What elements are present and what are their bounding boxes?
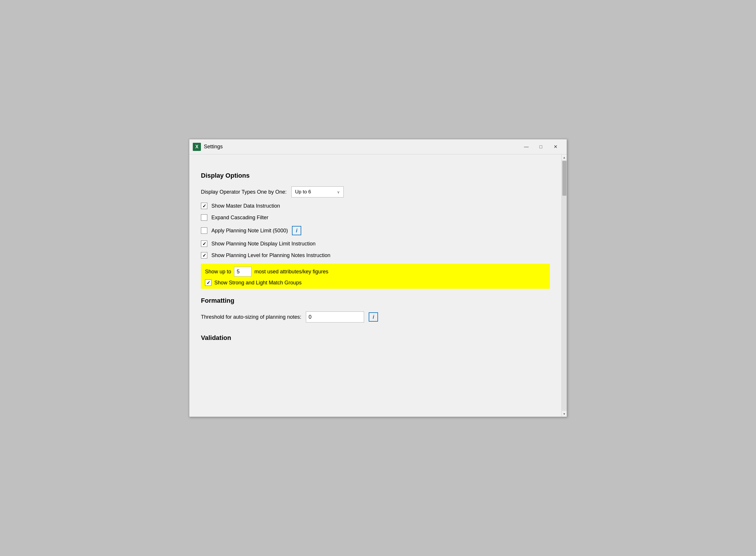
- threshold-info-icon[interactable]: i: [369, 312, 378, 322]
- scrollbar: ▲ ▼: [562, 154, 567, 417]
- planning-note-limit-info-icon[interactable]: i: [292, 226, 301, 235]
- checkbox-row-strong-light: ✓ Show Strong and Light Match Groups: [205, 279, 546, 286]
- checkbox-show-master[interactable]: ✓: [201, 203, 207, 209]
- checkbox-label-show-master: Show Master Data Instruction: [211, 203, 280, 209]
- checkbox-show-planning-note[interactable]: ✓: [201, 241, 207, 247]
- show-up-to-input[interactable]: [234, 267, 252, 277]
- show-up-to-suffix: most used attributes/key figures: [254, 269, 328, 275]
- display-options-section: Display Options: [201, 172, 550, 179]
- checkbox-label-strong-light: Show Strong and Light Match Groups: [214, 280, 301, 286]
- titlebar-left: X Settings: [193, 143, 223, 151]
- window-title: Settings: [204, 144, 223, 150]
- checkbox-expand-cascading[interactable]: [201, 214, 207, 221]
- validation-section: Validation: [201, 334, 550, 342]
- threshold-label: Threshold for auto-sizing of planning no…: [201, 314, 301, 320]
- checkbox-strong-light[interactable]: ✓: [205, 279, 211, 286]
- checkbox-apply-planning[interactable]: [201, 228, 207, 234]
- checkbox-row-show-planning-level: ✓ Show Planning Level for Planning Notes…: [201, 252, 550, 258]
- scroll-down-button[interactable]: ▼: [562, 411, 567, 417]
- display-options-title: Display Options: [201, 172, 550, 179]
- checkbox-row-show-planning-note: ✓ Show Planning Note Display Limit Instr…: [201, 241, 550, 247]
- threshold-input[interactable]: [306, 311, 364, 322]
- checkbox-row-apply-planning: Apply Planning Note Limit (5000) i: [201, 226, 550, 235]
- operator-types-label: Display Operator Types One by One:: [201, 189, 287, 195]
- operator-types-value: Up to 6: [295, 189, 311, 195]
- checkbox-row-show-master: ✓ Show Master Data Instruction: [201, 203, 550, 209]
- show-up-to-row: Show up to most used attributes/key figu…: [205, 267, 546, 277]
- highlight-section: Show up to most used attributes/key figu…: [201, 264, 550, 289]
- checkbox-row-expand-cascading: Expand Cascading Filter: [201, 214, 550, 221]
- close-button[interactable]: ✕: [549, 142, 562, 151]
- show-up-to-label: Show up to: [205, 269, 231, 275]
- formatting-section: Formatting: [201, 297, 550, 305]
- titlebar-controls: — □ ✕: [519, 142, 562, 151]
- scroll-track: [562, 160, 567, 411]
- checkbox-label-apply-planning: Apply Planning Note Limit (5000): [211, 228, 288, 234]
- window-body: Display Options Display Operator Types O…: [189, 154, 567, 417]
- checkbox-show-planning-level[interactable]: ✓: [201, 252, 207, 258]
- checkbox-label-show-planning-note: Show Planning Note Display Limit Instruc…: [211, 241, 316, 247]
- scroll-thumb[interactable]: [562, 161, 567, 196]
- settings-window: X Settings — □ ✕ Display Options Display…: [189, 139, 567, 417]
- titlebar: X Settings — □ ✕: [189, 139, 567, 154]
- excel-icon: X: [193, 143, 201, 151]
- checkbox-label-show-planning-level: Show Planning Level for Planning Notes I…: [211, 252, 330, 258]
- operator-types-dropdown[interactable]: Up to 6 ∨: [291, 186, 344, 198]
- dropdown-arrow-icon: ∨: [337, 190, 340, 194]
- scroll-up-button[interactable]: ▲: [562, 154, 567, 160]
- checkbox-label-expand-cascading: Expand Cascading Filter: [211, 215, 268, 221]
- content-area: Display Options Display Operator Types O…: [189, 154, 562, 417]
- validation-title: Validation: [201, 334, 550, 342]
- formatting-title: Formatting: [201, 297, 550, 305]
- maximize-button[interactable]: □: [534, 142, 547, 151]
- minimize-button[interactable]: —: [519, 142, 533, 151]
- threshold-row: Threshold for auto-sizing of planning no…: [201, 311, 550, 322]
- operator-types-row: Display Operator Types One by One: Up to…: [201, 186, 550, 198]
